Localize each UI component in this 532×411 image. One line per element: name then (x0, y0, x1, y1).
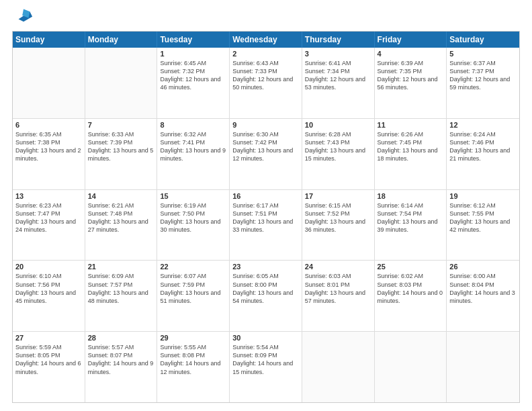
day-number: 11 (378, 121, 444, 129)
day-number: 28 (88, 334, 154, 342)
day-info: Sunrise: 6:23 AM Sunset: 7:47 PM Dayligh… (15, 201, 82, 234)
day-info: Sunrise: 6:43 AM Sunset: 7:33 PM Dayligh… (232, 59, 299, 92)
calendar-cell: 25Sunrise: 6:02 AM Sunset: 8:03 PM Dayli… (375, 261, 447, 331)
day-info: Sunrise: 6:26 AM Sunset: 7:45 PM Dayligh… (378, 130, 444, 163)
page: SundayMondayTuesdayWednesdayThursdayFrid… (0, 0, 532, 411)
calendar-cell: 3Sunrise: 6:41 AM Sunset: 7:34 PM Daylig… (302, 48, 375, 118)
day-number: 13 (15, 192, 82, 200)
calendar-cell: 15Sunrise: 6:19 AM Sunset: 7:50 PM Dayli… (157, 190, 230, 261)
day-number: 16 (232, 192, 299, 200)
calendar-cell: 13Sunrise: 6:23 AM Sunset: 7:47 PM Dayli… (13, 190, 85, 261)
day-info: Sunrise: 6:45 AM Sunset: 7:32 PM Dayligh… (160, 59, 226, 92)
calendar-cell: 27Sunrise: 5:59 AM Sunset: 8:05 PM Dayli… (13, 332, 85, 402)
calendar-cell: 16Sunrise: 6:17 AM Sunset: 7:51 PM Dayli… (230, 190, 302, 261)
calendar-cell: 6Sunrise: 6:35 AM Sunset: 7:38 PM Daylig… (13, 119, 85, 189)
day-info: Sunrise: 6:35 AM Sunset: 7:38 PM Dayligh… (15, 130, 82, 163)
weekday-header: Friday (375, 32, 447, 48)
calendar-cell: 24Sunrise: 6:03 AM Sunset: 8:01 PM Dayli… (302, 261, 375, 331)
calendar-cell: 20Sunrise: 6:10 AM Sunset: 7:56 PM Dayli… (13, 261, 85, 331)
day-info: Sunrise: 6:28 AM Sunset: 7:43 PM Dayligh… (305, 130, 371, 163)
calendar-cell: 2Sunrise: 6:43 AM Sunset: 7:33 PM Daylig… (230, 48, 302, 118)
day-info: Sunrise: 6:33 AM Sunset: 7:39 PM Dayligh… (88, 130, 154, 163)
calendar-cell: 22Sunrise: 6:07 AM Sunset: 7:59 PM Dayli… (157, 261, 230, 331)
day-info: Sunrise: 5:55 AM Sunset: 8:08 PM Dayligh… (160, 343, 226, 376)
weekday-header: Monday (85, 32, 158, 48)
day-number: 4 (378, 50, 444, 58)
day-number: 25 (378, 263, 444, 271)
calendar-cell: 14Sunrise: 6:21 AM Sunset: 7:48 PM Dayli… (85, 190, 158, 261)
day-info: Sunrise: 6:24 AM Sunset: 7:46 PM Dayligh… (449, 130, 517, 163)
day-number: 10 (305, 121, 371, 129)
calendar-cell: 26Sunrise: 6:00 AM Sunset: 8:04 PM Dayli… (447, 261, 519, 331)
day-info: Sunrise: 6:21 AM Sunset: 7:48 PM Dayligh… (88, 201, 154, 234)
calendar-cell: 8Sunrise: 6:32 AM Sunset: 7:41 PM Daylig… (157, 119, 230, 189)
day-info: Sunrise: 6:00 AM Sunset: 8:04 PM Dayligh… (449, 272, 517, 305)
day-number: 26 (449, 263, 517, 271)
calendar-cell (13, 48, 85, 118)
day-info: Sunrise: 6:39 AM Sunset: 7:35 PM Dayligh… (378, 59, 444, 92)
logo (12, 11, 34, 24)
day-info: Sunrise: 6:12 AM Sunset: 7:55 PM Dayligh… (449, 201, 517, 234)
calendar-cell: 5Sunrise: 6:37 AM Sunset: 7:37 PM Daylig… (447, 48, 519, 118)
day-number: 7 (88, 121, 154, 129)
calendar-cell: 19Sunrise: 6:12 AM Sunset: 7:55 PM Dayli… (447, 190, 519, 261)
calendar-cell: 30Sunrise: 5:54 AM Sunset: 8:09 PM Dayli… (230, 332, 302, 402)
calendar-cell: 11Sunrise: 6:26 AM Sunset: 7:45 PM Dayli… (375, 119, 447, 189)
calendar-cell (447, 332, 519, 402)
calendar-row: 1Sunrise: 6:45 AM Sunset: 7:32 PM Daylig… (13, 48, 519, 119)
calendar-cell (85, 48, 158, 118)
weekday-header: Thursday (302, 32, 375, 48)
calendar-cell: 10Sunrise: 6:28 AM Sunset: 7:43 PM Dayli… (302, 119, 375, 189)
day-info: Sunrise: 6:10 AM Sunset: 7:56 PM Dayligh… (15, 272, 82, 305)
calendar-header: SundayMondayTuesdayWednesdayThursdayFrid… (13, 32, 519, 48)
day-number: 24 (305, 263, 371, 271)
weekday-header: Saturday (447, 32, 519, 48)
calendar-cell: 17Sunrise: 6:15 AM Sunset: 7:52 PM Dayli… (302, 190, 375, 261)
day-number: 8 (160, 121, 226, 129)
day-number: 6 (15, 121, 82, 129)
day-number: 17 (305, 192, 371, 200)
weekday-header: Wednesday (230, 32, 302, 48)
day-number: 2 (232, 50, 299, 58)
day-info: Sunrise: 6:15 AM Sunset: 7:52 PM Dayligh… (305, 201, 371, 234)
calendar-cell: 9Sunrise: 6:30 AM Sunset: 7:42 PM Daylig… (230, 119, 302, 189)
calendar-cell: 4Sunrise: 6:39 AM Sunset: 7:35 PM Daylig… (375, 48, 447, 118)
day-info: Sunrise: 5:57 AM Sunset: 8:07 PM Dayligh… (88, 343, 154, 376)
calendar-body: 1Sunrise: 6:45 AM Sunset: 7:32 PM Daylig… (13, 48, 519, 402)
calendar-cell: 1Sunrise: 6:45 AM Sunset: 7:32 PM Daylig… (157, 48, 230, 118)
calendar-cell: 18Sunrise: 6:14 AM Sunset: 7:54 PM Dayli… (375, 190, 447, 261)
calendar-row: 13Sunrise: 6:23 AM Sunset: 7:47 PM Dayli… (13, 190, 519, 261)
calendar-cell: 28Sunrise: 5:57 AM Sunset: 8:07 PM Dayli… (85, 332, 158, 402)
calendar-cell: 12Sunrise: 6:24 AM Sunset: 7:46 PM Dayli… (447, 119, 519, 189)
day-number: 21 (88, 263, 154, 271)
day-info: Sunrise: 6:05 AM Sunset: 8:00 PM Dayligh… (232, 272, 299, 305)
day-info: Sunrise: 6:37 AM Sunset: 7:37 PM Dayligh… (449, 59, 517, 92)
calendar-row: 20Sunrise: 6:10 AM Sunset: 7:56 PM Dayli… (13, 261, 519, 332)
day-number: 9 (232, 121, 299, 129)
day-info: Sunrise: 5:59 AM Sunset: 8:05 PM Dayligh… (15, 343, 82, 376)
day-info: Sunrise: 6:02 AM Sunset: 8:03 PM Dayligh… (378, 272, 444, 305)
calendar: SundayMondayTuesdayWednesdayThursdayFrid… (12, 31, 520, 403)
day-number: 29 (160, 334, 226, 342)
day-number: 30 (232, 334, 299, 342)
day-info: Sunrise: 6:32 AM Sunset: 7:41 PM Dayligh… (160, 130, 226, 163)
day-number: 19 (449, 192, 517, 200)
calendar-cell: 23Sunrise: 6:05 AM Sunset: 8:00 PM Dayli… (230, 261, 302, 331)
day-info: Sunrise: 6:09 AM Sunset: 7:57 PM Dayligh… (88, 272, 154, 305)
day-info: Sunrise: 6:17 AM Sunset: 7:51 PM Dayligh… (232, 201, 299, 234)
day-info: Sunrise: 5:54 AM Sunset: 8:09 PM Dayligh… (232, 343, 299, 376)
day-number: 18 (378, 192, 444, 200)
weekday-header: Tuesday (157, 32, 230, 48)
calendar-cell: 7Sunrise: 6:33 AM Sunset: 7:39 PM Daylig… (85, 119, 158, 189)
weekday-header: Sunday (13, 32, 85, 48)
day-info: Sunrise: 6:30 AM Sunset: 7:42 PM Dayligh… (232, 130, 299, 163)
day-number: 1 (160, 50, 226, 58)
day-number: 3 (305, 50, 371, 58)
day-number: 15 (160, 192, 226, 200)
day-number: 22 (160, 263, 226, 271)
header (12, 11, 520, 24)
day-info: Sunrise: 6:19 AM Sunset: 7:50 PM Dayligh… (160, 201, 226, 234)
calendar-row: 6Sunrise: 6:35 AM Sunset: 7:38 PM Daylig… (13, 119, 519, 190)
day-info: Sunrise: 6:07 AM Sunset: 7:59 PM Dayligh… (160, 272, 226, 305)
day-info: Sunrise: 6:14 AM Sunset: 7:54 PM Dayligh… (378, 201, 444, 234)
